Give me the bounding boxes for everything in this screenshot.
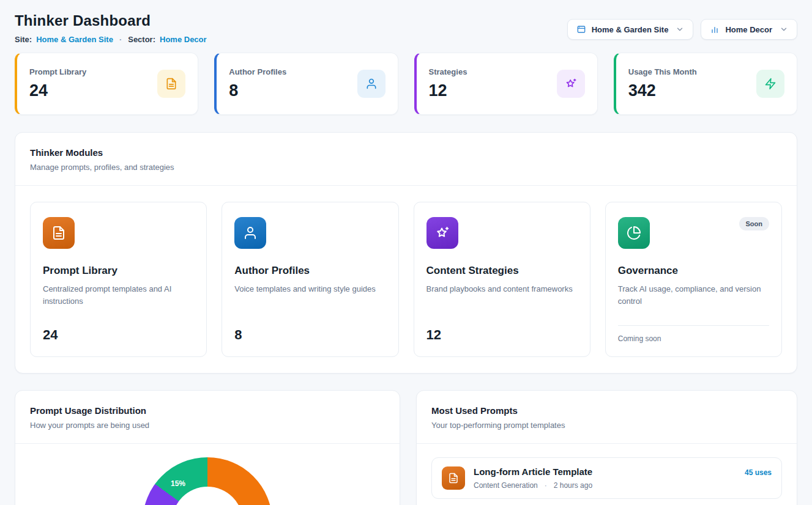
module-count: 8 [234, 327, 386, 343]
stat-text: Strategies 12 [429, 67, 467, 100]
star-sparkle-icon-glyph [565, 78, 577, 90]
module-top [43, 217, 194, 249]
header-selectors: Home & Garden Site Home Decor [567, 12, 797, 40]
most-used-list: Long-form Article Template Content Gener… [417, 444, 797, 505]
dashboard-page: Thinker Dashboard Site: Home & Garden Si… [0, 0, 812, 505]
sector-label: Sector: [128, 35, 155, 44]
module-title: Governance [618, 265, 769, 277]
prompt-meta: Content Generation · 2 hours ago [474, 481, 736, 490]
module-count: 24 [43, 327, 194, 343]
bottom-panels: Prompt Usage Distribution How your promp… [15, 390, 797, 505]
pie-chart-icon [618, 217, 650, 249]
stat-label: Author Profiles [229, 67, 286, 76]
browser-window-icon [576, 24, 586, 34]
person-icon-glyph [365, 78, 378, 90]
module-card-prompt-library[interactable]: Prompt Library Centralized prompt templa… [30, 202, 207, 357]
prompt-category: Content Generation [474, 481, 538, 490]
stat-value: 342 [628, 81, 697, 100]
modules-header: Thinker Modules Manage prompts, profiles… [15, 133, 797, 186]
module-count: 12 [426, 327, 578, 343]
module-title: Content Strategies [426, 265, 578, 277]
prompt-title: Long-form Article Template [474, 466, 736, 477]
person-icon [234, 217, 266, 249]
site-link[interactable]: Home & Garden Site [36, 35, 113, 44]
person-icon [357, 70, 386, 98]
star-sparkle-icon [426, 217, 458, 249]
site-selector-dropdown[interactable]: Home & Garden Site [567, 19, 694, 40]
module-card-author-profiles[interactable]: Author Profiles Voice templates and writ… [222, 202, 398, 357]
stat-text: Prompt Library 24 [29, 67, 86, 100]
usage-distribution-card: Prompt Usage Distribution How your promp… [15, 390, 400, 505]
star-sparkle-icon [557, 70, 585, 98]
module-title: Prompt Library [43, 265, 194, 277]
most-used-prompts-card: Most Used Prompts Your top-performing pr… [416, 390, 797, 505]
module-card-governance[interactable]: Soon Governance Track AI usage, complian… [605, 202, 782, 357]
document-icon-glyph [165, 78, 177, 90]
breadcrumb: Site: Home & Garden Site · Sector: Home … [15, 35, 207, 44]
site-label: Site: [15, 35, 32, 44]
stat-card-prompt-library: Prompt Library 24 [15, 53, 198, 115]
module-description: Voice templates and writing style guides [234, 283, 386, 295]
panel-title: Prompt Usage Distribution [30, 405, 385, 416]
chevron-down-icon [676, 25, 684, 34]
usage-donut-chart: 15% [143, 457, 272, 505]
usage-distribution-header: Prompt Usage Distribution How your promp… [15, 391, 400, 444]
prompt-info: Long-form Article Template Content Gener… [474, 466, 736, 490]
document-icon [157, 70, 185, 98]
stat-label: Prompt Library [29, 67, 86, 76]
module-card-content-strategies[interactable]: Content Strategies Brand playbooks and c… [414, 202, 590, 357]
prompt-uses-badge: 45 uses [745, 466, 772, 477]
stat-text: Author Profiles 8 [229, 67, 286, 100]
module-top: Soon [618, 217, 769, 249]
stat-value: 8 [229, 81, 286, 100]
sector-selector-dropdown[interactable]: Home Decor [701, 19, 797, 40]
module-title: Author Profiles [234, 265, 386, 277]
panel-subtitle: How your prompts are being used [30, 421, 385, 430]
separator-dot: · [119, 35, 122, 44]
document-icon [442, 466, 465, 490]
stat-card-author-profiles: Author Profiles 8 [214, 53, 398, 115]
module-top [234, 217, 386, 249]
usage-chart-area: 15% [15, 444, 400, 505]
thinker-modules-section: Thinker Modules Manage prompts, profiles… [15, 132, 797, 374]
stat-cards-row: Prompt Library 24 Author Profiles 8 [15, 53, 797, 115]
module-description: Track AI usage, compliance, and version … [618, 283, 769, 308]
panel-subtitle: Your top-performing prompt templates [431, 421, 782, 430]
site-selector-label: Home & Garden Site [592, 25, 669, 34]
header-left: Thinker Dashboard Site: Home & Garden Si… [15, 12, 207, 44]
coming-soon-note: Coming soon [618, 325, 769, 343]
stat-label: Strategies [429, 67, 467, 76]
lightning-icon [756, 70, 784, 98]
stat-value: 12 [429, 81, 467, 100]
sector-selector-label: Home Decor [725, 25, 772, 34]
donut-segment-label: 15% [171, 479, 185, 488]
module-description: Centralized prompt templates and AI inst… [43, 283, 194, 308]
stat-text: Usage This Month 342 [628, 67, 697, 100]
separator-dot: · [545, 481, 547, 490]
prompt-list-item[interactable]: Long-form Article Template Content Gener… [431, 457, 782, 499]
page-title: Thinker Dashboard [15, 12, 207, 29]
sector-link[interactable]: Home Decor [160, 35, 207, 44]
lightning-icon-glyph [764, 78, 777, 90]
page-header: Thinker Dashboard Site: Home & Garden Si… [15, 12, 797, 44]
chevron-down-icon [780, 25, 788, 34]
modules-title: Thinker Modules [30, 147, 782, 158]
stat-card-usage: Usage This Month 342 [614, 53, 797, 115]
module-top [426, 217, 578, 249]
soon-badge: Soon [739, 217, 770, 230]
most-used-header: Most Used Prompts Your top-performing pr… [417, 391, 797, 444]
stat-card-strategies: Strategies 12 [414, 53, 598, 115]
document-icon [43, 217, 75, 249]
prompt-time: 2 hours ago [554, 481, 592, 490]
stat-value: 24 [29, 81, 86, 100]
module-description: Brand playbooks and content frameworks [426, 283, 578, 295]
panel-title: Most Used Prompts [431, 405, 782, 416]
modules-subtitle: Manage prompts, profiles, and strategies [30, 163, 782, 172]
stat-label: Usage This Month [628, 67, 697, 76]
bar-chart-icon [710, 24, 720, 34]
modules-grid: Prompt Library Centralized prompt templa… [15, 186, 797, 373]
